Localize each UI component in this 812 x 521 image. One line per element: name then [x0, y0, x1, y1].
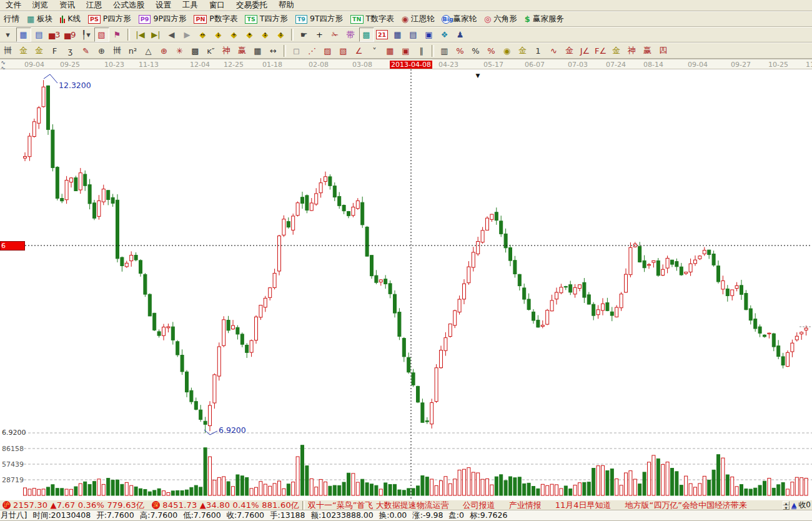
pattern-box-icon[interactable]: ▧	[94, 27, 109, 42]
ruler2-icon[interactable]: 卌	[110, 44, 125, 58]
gold-grid-icon[interactable]: 金	[16, 44, 31, 58]
candle-style-icon[interactable]: ╿▾	[79, 27, 94, 42]
calendar-icon[interactable]: 21	[375, 27, 390, 42]
toolbar-item-9p-square[interactable]: P99P四方形	[135, 12, 191, 26]
bars3-icon[interactable]: ▅3	[47, 27, 62, 42]
menu-item-0[interactable]: 文件	[0, 0, 27, 11]
gold-grid2-icon[interactable]: 金	[32, 44, 47, 58]
shen-grid-icon[interactable]: 神	[219, 44, 234, 58]
width-measure-icon[interactable]: ↔	[266, 44, 281, 58]
kline-chart[interactable]: 6.920086158574392871912.32006.9200▼	[0, 69, 812, 500]
n-squared-icon[interactable]: n²	[126, 44, 141, 58]
ticker-item-0[interactable]: 双十一“菜鸟”首飞 大数据提速物流运营	[308, 500, 449, 510]
gold-angle-icon[interactable]: 金	[609, 44, 624, 58]
menu-item-6[interactable]: 工具	[177, 0, 204, 11]
menu-item-5[interactable]: 设置	[150, 0, 177, 11]
k-measure-icon[interactable]: ĸ″	[204, 44, 219, 58]
gold-red-icon[interactable]: 金	[562, 44, 577, 58]
percent-icon[interactable]: %	[468, 44, 483, 58]
mosaic-icon[interactable]: ▩	[359, 27, 374, 42]
fib-grid-icon[interactable]: F	[47, 44, 62, 58]
toolbar-item-gann-wheel[interactable]: ◉江恩轮	[398, 12, 438, 26]
menu-item-3[interactable]: 江恩	[81, 0, 107, 11]
ying-grid-icon[interactable]: 赢	[235, 44, 250, 58]
workstation-icon[interactable]: ♟	[453, 27, 468, 42]
gold-circle-icon[interactable]: ◉	[500, 44, 515, 58]
notes-icon[interactable]: ▤	[406, 27, 421, 42]
diamond-vexpand-icon[interactable]: ◆⇕	[274, 27, 289, 42]
f-angle-icon[interactable]: F∠	[593, 44, 608, 58]
spider-web-icon[interactable]: ▩	[188, 44, 203, 58]
percent-lines-icon[interactable]: %	[484, 44, 499, 58]
percent-zone-icon[interactable]: %	[453, 44, 468, 58]
region-grid-icon[interactable]: ▦	[16, 27, 31, 42]
spider-box-icon[interactable]: ▧	[336, 44, 351, 58]
star-web-icon[interactable]: ✳	[172, 44, 187, 58]
toolbar-item-t-number-table[interactable]: TNT数字表	[347, 12, 398, 26]
diamond-down-icon[interactable]: ◆↓	[211, 27, 226, 42]
gann-target-icon[interactable]: ⊕	[157, 44, 172, 58]
menu-item-7[interactable]: 窗口	[204, 0, 230, 11]
toolbar-item-quotes[interactable]: 行情	[0, 12, 23, 26]
cut-icon[interactable]: ✁	[328, 27, 343, 42]
measure-ruler-icon[interactable]: 卌	[1, 44, 16, 58]
si-angle-icon[interactable]: 四	[656, 44, 671, 58]
single-pen-icon[interactable]: 1	[531, 44, 546, 58]
grid-box-icon[interactable]: ▣	[399, 44, 413, 58]
parallel-lines-icon[interactable]: ∥	[414, 44, 429, 58]
chart-canvas[interactable]: 6.920086158574392871912.32006.9200▼	[0, 69, 812, 500]
calculator-icon[interactable]: ▦	[390, 27, 405, 42]
box-tool-icon[interactable]: ◻	[289, 44, 304, 58]
save-icon[interactable]: ▣	[422, 27, 437, 42]
toolbar-item-p-square[interactable]: PSP四方形	[84, 12, 135, 26]
toolbar-item-kline[interactable]: K线	[56, 12, 84, 26]
info-doc-icon[interactable]: ▤	[32, 27, 47, 42]
menu-item-2[interactable]: 资讯	[54, 0, 81, 11]
shanghai-index-text[interactable]: 2157.30 ▲7.67 0.36% 779.63亿	[13, 500, 144, 511]
gold-lines-icon[interactable]: 金	[515, 44, 530, 58]
angle-fan-icon[interactable]: ∠	[352, 44, 367, 58]
ticker-up-button[interactable]: ▲	[783, 501, 790, 505]
price-grid-icon[interactable]: ▦	[383, 44, 398, 58]
ray-fan-icon[interactable]: ⋰	[305, 44, 320, 58]
menu-item-8[interactable]: 交易委托	[230, 0, 273, 11]
shenzhen-index-text[interactable]: 8451.73 ▲34.80 0.41% 881.60亿	[162, 500, 299, 511]
number-grid-icon[interactable]: ▦	[250, 44, 265, 58]
circle-ruler-icon[interactable]: ⊕	[94, 44, 109, 58]
hand-drag-icon[interactable]: ☛	[297, 27, 312, 42]
ying-angle-icon[interactable]: 赢	[640, 44, 655, 58]
ticker-pin-icon[interactable]: ▲	[791, 502, 796, 509]
first-bar-icon[interactable]: |◀	[133, 27, 148, 42]
ribbon-icon[interactable]: 带	[344, 27, 359, 42]
toolbar-item-t-square[interactable]: TST四方形	[241, 12, 291, 26]
menu-item-1[interactable]: 浏览	[27, 0, 54, 11]
bars9-icon[interactable]: ▅9	[63, 27, 78, 42]
diamond-star-icon[interactable]: ◆✶	[242, 27, 257, 42]
menu-item-4[interactable]: 公式选股	[107, 0, 150, 11]
toolbar-item-hexagon[interactable]: ◎六角形	[480, 12, 521, 26]
diamond-vcompress-icon[interactable]: ◆↕	[258, 27, 273, 42]
toolbar-item-9t-square[interactable]: T99T四方形	[292, 12, 347, 26]
shen-angle-icon[interactable]: 神	[625, 44, 640, 58]
toolbar-item-winner-wheel[interactable]: Big赢家轮	[438, 12, 480, 26]
spiral-icon[interactable]: ʒ	[63, 44, 78, 58]
flag-icon[interactable]: ⚑	[110, 27, 125, 42]
pen-icon[interactable]: ✎	[79, 44, 94, 58]
diamond-hcompress-icon[interactable]: ◆↔	[196, 27, 210, 42]
menu-item-9[interactable]: 帮助	[273, 0, 300, 11]
export-disk-icon[interactable]: ❖	[437, 27, 452, 42]
ticker-down-button[interactable]: ▼	[783, 505, 790, 510]
last-bar-icon[interactable]: ▶|	[149, 27, 164, 42]
trend-check-icon[interactable]: ˅	[367, 44, 382, 58]
next-bar-icon[interactable]: ▶	[180, 27, 195, 42]
ticker-item-3[interactable]: 11月4日早知道	[555, 500, 611, 510]
diamond-plus-icon[interactable]: ◆+	[227, 27, 242, 42]
protractor-icon[interactable]: △	[141, 44, 156, 58]
wave-icon[interactable]: ∿	[547, 44, 562, 58]
j-angle-icon[interactable]: J∠	[578, 44, 593, 58]
dropdown-caret-icon[interactable]: ▾	[1, 27, 16, 42]
toolbar-item-sectors[interactable]: ▦板块	[23, 12, 56, 26]
toolbar-item-p-number-table[interactable]: PNP数字表	[190, 12, 241, 26]
toolbar-item-winner-service[interactable]: $赢家服务	[521, 12, 568, 26]
ticker-item-1[interactable]: 公司报道	[463, 500, 495, 510]
